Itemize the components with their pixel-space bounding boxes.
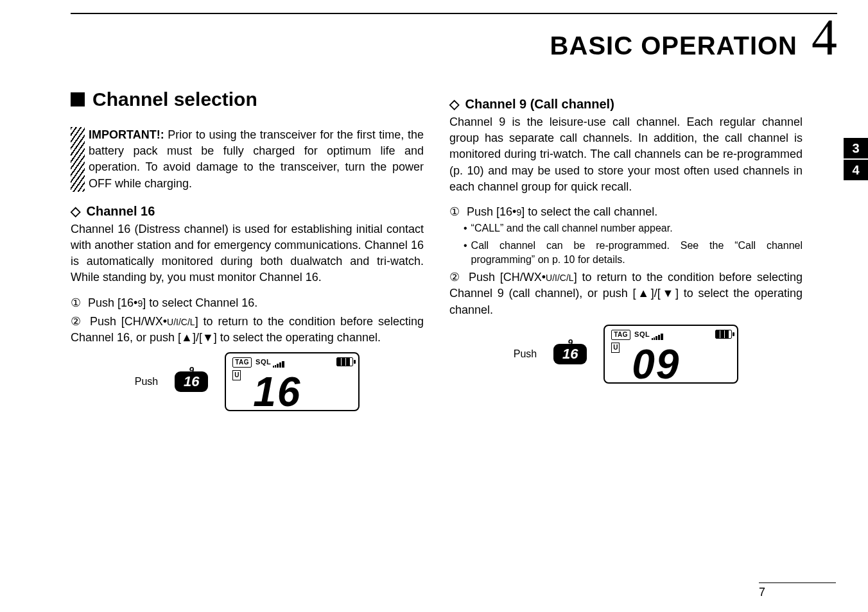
chapter-header: BASIC OPERATION 4 bbox=[71, 18, 837, 60]
enum-2: ② bbox=[449, 269, 464, 285]
diamond-icon: ◇ bbox=[71, 204, 80, 218]
tag-indicator: TAG bbox=[611, 330, 630, 340]
page-number: 7 bbox=[759, 582, 836, 599]
section-heading-text: Channel selection bbox=[92, 86, 257, 113]
push-label: Push bbox=[135, 375, 158, 389]
chapter-number: 4 bbox=[812, 18, 837, 56]
ch9-step1-b: ] to select the call channel. bbox=[521, 205, 657, 218]
ch16-step1-a: Push [16• bbox=[88, 296, 137, 309]
top-rule bbox=[71, 13, 837, 14]
side-tab-3: 3 bbox=[844, 138, 868, 160]
subheading-ch9: ◇ Channel 9 (Call channel) bbox=[449, 95, 803, 113]
ch9-step1-a: Push [16• bbox=[467, 205, 516, 218]
section-heading: Channel selection bbox=[71, 86, 424, 113]
ch16-display-row: Push 9 16 TAG SQL bbox=[71, 352, 424, 411]
lcd-ch9-top: TAG SQL bbox=[611, 330, 731, 340]
button-16-superscript: 9 bbox=[175, 360, 208, 380]
button-16-superscript: 9 bbox=[553, 332, 587, 353]
ch9-step2-a: Push [CH/WX• bbox=[469, 271, 546, 284]
diamond-icon: ◇ bbox=[449, 97, 459, 111]
push-label: Push bbox=[514, 347, 537, 361]
enum-1: ① bbox=[449, 204, 464, 220]
ch16-paragraph: Channel 16 (Distress channel) is used fo… bbox=[71, 221, 424, 286]
ch9-sub2: • Call channel can be re-programmed. See… bbox=[464, 239, 803, 268]
lcd-big-09: 09 bbox=[632, 344, 680, 385]
enum-2: ② bbox=[71, 314, 85, 330]
battery-icon bbox=[715, 330, 732, 341]
sql-indicator: SQL bbox=[634, 330, 663, 339]
sql-text: SQL bbox=[634, 330, 650, 339]
ch9-sublist: • “CALL” and the call channel number app… bbox=[464, 221, 803, 267]
ch9-paragraph: Channel 9 is the leisure-use call channe… bbox=[449, 114, 803, 195]
important-label: IMPORTANT!: bbox=[89, 128, 164, 141]
ch9-step2: ② Push [CH/WX•U/I/C/L] to return to the … bbox=[449, 269, 803, 318]
ch9-sub1: • “CALL” and the call channel number app… bbox=[464, 221, 803, 235]
bullet-icon: • bbox=[464, 221, 467, 235]
ch16-steps: ① Push [16•9] to select Channel 16. ② Pu… bbox=[71, 295, 424, 346]
usa-indicator: U bbox=[232, 370, 241, 380]
button-16: 9 16 bbox=[175, 371, 208, 392]
subheading-ch16-text: Channel 16 bbox=[87, 204, 155, 218]
lcd-ch16-top: TAG SQL bbox=[232, 357, 352, 368]
ch16-step1-b: ] to select Channel 16. bbox=[143, 296, 257, 309]
hatch-icon bbox=[71, 127, 85, 192]
ch9-step1: ① Push [16•9] to select the call channel… bbox=[449, 204, 803, 267]
lcd-big-16: 16 bbox=[253, 371, 301, 412]
small-uicl: U/I/C/L bbox=[167, 317, 195, 327]
square-bullet-icon bbox=[71, 92, 85, 106]
ch16-step2-a: Push [CH/WX• bbox=[90, 315, 167, 328]
small-uicl: U/I/C/L bbox=[546, 273, 574, 283]
right-column: ◇ Channel 9 (Call channel) Channel 9 is … bbox=[449, 86, 803, 411]
subheading-ch16: ◇ Channel 16 bbox=[71, 202, 424, 220]
ch9-sub1-text: “CALL” and the call channel number appea… bbox=[471, 221, 673, 235]
ch9-sub2-text: Call channel can be re-programmed. See t… bbox=[471, 239, 803, 268]
ch9-steps: ① Push [16•9] to select the call channel… bbox=[449, 204, 803, 318]
ch9-display-row: Push 9 16 TAG SQL bbox=[449, 325, 803, 384]
left-column: Channel selection IMPORTANT!: Prior to u… bbox=[71, 86, 424, 411]
small-9: 9 bbox=[137, 298, 143, 309]
sql-text: SQL bbox=[256, 357, 271, 367]
page-side-tabs: 3 4 bbox=[844, 138, 868, 182]
small-9: 9 bbox=[516, 207, 521, 217]
important-block: IMPORTANT!: Prior to using the transceiv… bbox=[71, 127, 424, 192]
tag-indicator: TAG bbox=[232, 357, 252, 368]
lcd-ch9: TAG SQL U 09 bbox=[603, 325, 738, 384]
lcd-ch16: TAG SQL U 16 bbox=[225, 352, 360, 411]
sql-indicator: SQL bbox=[256, 357, 284, 367]
ch16-step2: ② Push [CH/WX•U/I/C/L] to return to the … bbox=[71, 314, 424, 346]
chapter-title: BASIC OPERATION bbox=[550, 31, 797, 60]
ch16-step1: ① Push [16•9] to select Channel 16. bbox=[71, 295, 424, 311]
enum-1: ① bbox=[71, 295, 85, 311]
sql-bars-icon bbox=[651, 330, 663, 339]
important-text: IMPORTANT!: Prior to using the transceiv… bbox=[89, 127, 424, 192]
usa-indicator: U bbox=[611, 343, 620, 353]
battery-icon bbox=[336, 357, 353, 368]
side-tab-4: 4 bbox=[844, 160, 868, 182]
bullet-icon: • bbox=[464, 239, 467, 268]
sql-bars-icon bbox=[272, 357, 284, 367]
button-16: 9 16 bbox=[553, 344, 587, 364]
subheading-ch9-text: Channel 9 (Call channel) bbox=[465, 97, 614, 111]
